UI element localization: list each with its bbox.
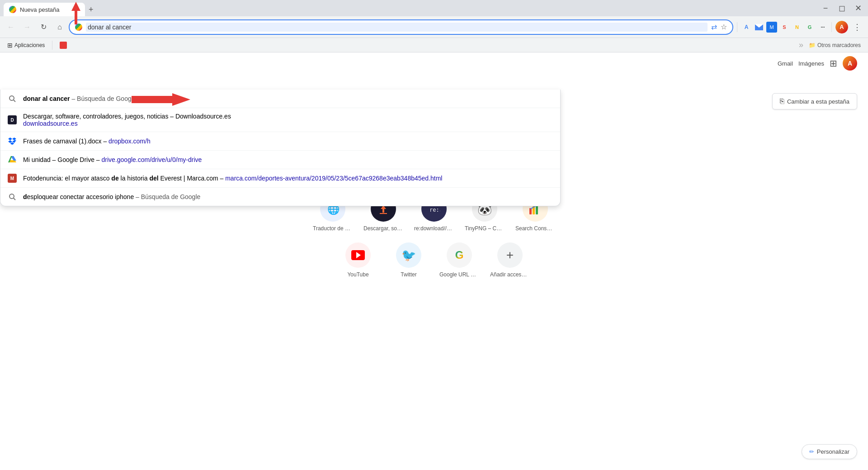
shortcut-icon-add: + bbox=[497, 242, 523, 268]
switch-tab-button[interactable]: ⎘ Cambiar a esta pestaña bbox=[772, 93, 857, 109]
tab-title: Nueva pestaña bbox=[20, 6, 69, 13]
autocomplete-item-ds[interactable]: D Descargar, software, controladores, ju… bbox=[0, 108, 560, 132]
bookmarks-right: » 📁 Otros marcadores bbox=[799, 40, 864, 50]
forward-button[interactable]: → bbox=[20, 20, 34, 34]
shortcut-icon-youtube bbox=[345, 242, 371, 268]
autocomplete-url-3: dropbox.com/h bbox=[108, 138, 151, 145]
minimize-button[interactable]: − bbox=[819, 2, 832, 14]
menu-button[interactable]: ⋮ bbox=[850, 20, 864, 34]
autocomplete-text-3: Frases de carnaval (1).docx – dropbox.co… bbox=[23, 138, 553, 145]
bookmark-item-1[interactable] bbox=[56, 40, 71, 51]
autocomplete-d-6: d bbox=[23, 193, 27, 200]
new-tab-button[interactable]: + bbox=[85, 3, 97, 16]
images-link[interactable]: Imágenes bbox=[798, 60, 824, 67]
shortcut-twitter[interactable]: 🐦 Twitter bbox=[389, 242, 429, 278]
autocomplete-text-1: donar al cancer – Búsqueda de Google bbox=[23, 95, 553, 102]
apps-bookmark[interactable]: ⊞ Aplicaciones bbox=[4, 40, 48, 51]
shortcut-youtube[interactable]: YouTube bbox=[338, 242, 378, 278]
ext-icon-1[interactable]: A bbox=[741, 22, 752, 33]
shortcut-icon-twitter: 🐦 bbox=[396, 242, 421, 268]
svg-point-5 bbox=[9, 194, 14, 199]
annotation-arrow-right bbox=[132, 92, 190, 109]
autocomplete-item-drive[interactable]: Mi unidad – Google Drive – drive.google.… bbox=[0, 151, 560, 169]
customize-label: Personalizar bbox=[817, 448, 849, 455]
customize-button[interactable]: ✏ Personalizar bbox=[802, 444, 857, 459]
reload-button[interactable]: ↻ bbox=[36, 20, 51, 34]
ext-icon-gmail[interactable] bbox=[754, 22, 764, 33]
translate-icon[interactable]: ⇄ bbox=[711, 23, 717, 31]
main-content: donar al cancer – Búsqueda de Google D D… bbox=[0, 52, 868, 470]
shortcut-label-redownload: re:download//c... bbox=[414, 225, 454, 232]
gmail-link[interactable]: Gmail bbox=[778, 60, 793, 67]
dropbox-icon bbox=[8, 137, 17, 146]
autocomplete-suffix-1: – Búsqueda de Google bbox=[70, 95, 137, 102]
close-button[interactable]: ✕ bbox=[852, 2, 864, 14]
customize-pencil-icon: ✏ bbox=[809, 448, 814, 455]
autocomplete-bold-5: de bbox=[111, 175, 118, 182]
shortcut-add[interactable]: + Añadir acceso d... bbox=[490, 242, 530, 278]
shortcut-googleurl[interactable]: G Google URL Sh... bbox=[439, 242, 479, 278]
ext-icon-3[interactable]: S bbox=[779, 22, 790, 33]
shortcut-label-youtube: YouTube bbox=[347, 271, 368, 278]
autocomplete-title-3-part1: Frases de carnaval (1).docx – bbox=[23, 138, 108, 145]
header-avatar[interactable]: A bbox=[843, 56, 857, 71]
home-button[interactable]: ⌂ bbox=[52, 20, 67, 34]
autocomplete-title-5b: la historia bbox=[119, 175, 150, 182]
toolbar: ← → ↻ ⌂ ⇄ ☆ A M S N G ··· A bbox=[0, 16, 868, 38]
annotation-arrow-down bbox=[67, 2, 85, 26]
autocomplete-text-6: desploquear conectar accesorio iphone – … bbox=[23, 193, 553, 200]
autocomplete-title-4: Mi unidad – Google Drive – bbox=[23, 156, 102, 163]
search-icon-1 bbox=[8, 94, 17, 103]
shortcut-label-add: Añadir acceso d... bbox=[490, 271, 530, 278]
twitter-bird-icon: 🐦 bbox=[401, 248, 416, 262]
url-input[interactable] bbox=[86, 23, 708, 32]
drive-icon bbox=[8, 155, 17, 164]
autocomplete-rest-6: esploquear conectar accesorio iphone bbox=[27, 193, 134, 200]
shortcuts-row-2: YouTube 🐦 Twitter G Google bbox=[338, 242, 530, 278]
autocomplete-text-4: Mi unidad – Google Drive – drive.google.… bbox=[23, 156, 553, 163]
apps-label: Aplicaciones bbox=[14, 42, 45, 48]
svg-point-2 bbox=[9, 96, 14, 100]
shortcut-label-googleurl: Google URL Sh... bbox=[439, 271, 479, 278]
autocomplete-title-2: Descargar, software, controladores, jueg… bbox=[23, 113, 553, 120]
search-icon-2 bbox=[8, 192, 17, 201]
svg-marker-0 bbox=[71, 2, 80, 24]
autocomplete-suffix-6: – Búsqueda de Google bbox=[134, 193, 200, 200]
autocomplete-title-5c: Everest | Marca.com – bbox=[159, 175, 226, 182]
shortcut-label-tinypng: TinyPNG – Com... bbox=[465, 225, 505, 232]
profile-button[interactable]: A bbox=[835, 21, 848, 33]
switch-tab-icon: ⎘ bbox=[780, 97, 784, 105]
page-header-links: Gmail Imágenes ⊞ A bbox=[778, 56, 857, 71]
ext-icon-5[interactable]: G bbox=[804, 22, 815, 33]
bookmark-star-icon[interactable]: ☆ bbox=[721, 23, 727, 31]
other-bookmarks-button[interactable]: 📁 Otros marcadores bbox=[805, 40, 864, 50]
ext-icon-dots[interactable]: ··· bbox=[817, 22, 828, 33]
autocomplete-title-5a: Fotodenuncia: el mayor atasco bbox=[23, 175, 111, 182]
tab-favicon bbox=[9, 6, 16, 13]
autocomplete-item-search2[interactable]: desploquear conectar accesorio iphone – … bbox=[0, 188, 560, 206]
apps-grid-icon: ⊞ bbox=[7, 42, 13, 49]
svg-line-6 bbox=[14, 198, 15, 200]
address-bar[interactable]: ⇄ ☆ bbox=[69, 19, 733, 35]
ext-icon-4[interactable]: N bbox=[792, 22, 802, 33]
folder-icon: 📁 bbox=[809, 42, 816, 48]
back-button[interactable]: ← bbox=[4, 20, 18, 34]
autocomplete-url-5: marca.com/deportes-aventura/2019/05/23/5… bbox=[225, 175, 442, 182]
shortcut-icon-googleurl: G bbox=[447, 242, 472, 268]
youtube-play-triangle bbox=[356, 252, 361, 258]
autocomplete-text-5: Fotodenuncia: el mayor atasco de la hist… bbox=[23, 175, 553, 182]
shortcuts-section: 🌐 Traductor de G... D bbox=[313, 196, 555, 278]
other-bookmarks-label: Otros marcadores bbox=[817, 42, 861, 48]
chrome-frame: Nueva pestaña × + − ◻ ✕ ← → ↻ ⌂ ⇄ ☆ bbox=[0, 0, 868, 470]
autocomplete-item-search[interactable]: donar al cancer – Búsqueda de Google bbox=[0, 90, 560, 108]
autocomplete-url-2: downloadsource.es bbox=[23, 120, 553, 127]
ds-icon: D bbox=[8, 115, 17, 124]
autocomplete-item-dropbox[interactable]: Frases de carnaval (1).docx – dropbox.co… bbox=[0, 132, 560, 150]
restore-button[interactable]: ◻ bbox=[835, 2, 848, 14]
shortcut-label-searchconsole: Search Console ... bbox=[515, 225, 555, 232]
google-apps-icon[interactable]: ⊞ bbox=[830, 58, 837, 69]
switch-tab-label: Cambiar a esta pestaña bbox=[787, 98, 849, 105]
shortcut-label-descargar: Descargar, soft... bbox=[363, 225, 403, 232]
autocomplete-item-marca[interactable]: M Fotodenuncia: el mayor atasco de la hi… bbox=[0, 169, 560, 187]
ext-icon-2[interactable]: M bbox=[766, 22, 777, 33]
